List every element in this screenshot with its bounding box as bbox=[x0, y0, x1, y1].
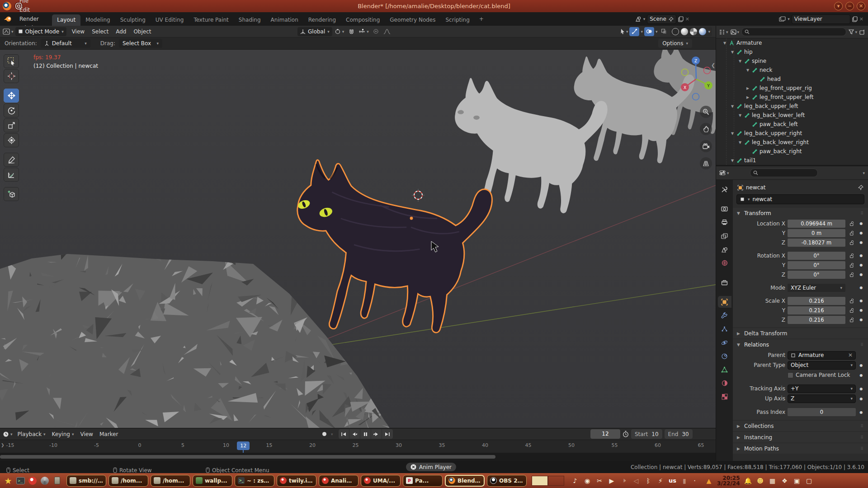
selectability-dropdown[interactable]: ▾ bbox=[620, 28, 628, 34]
wifi-tray-icon[interactable]: ᭼ bbox=[693, 477, 701, 484]
cursor-tool-button[interactable] bbox=[4, 69, 19, 83]
add-workspace-button[interactable]: + bbox=[476, 14, 487, 24]
rotate-tool-button[interactable] bbox=[4, 103, 19, 117]
timeline-ruler[interactable]: ❯ -15-10-50510152025303540455055606512 bbox=[0, 440, 716, 453]
animate-dot[interactable]: ● bbox=[858, 373, 864, 377]
scissors-tray-icon[interactable]: ✂ bbox=[595, 477, 604, 484]
frame-end-field[interactable]: End 30 bbox=[665, 429, 693, 439]
menu-render[interactable]: Render bbox=[15, 14, 45, 23]
timeline-scrollbar[interactable] bbox=[0, 455, 495, 459]
properties-tab-object[interactable] bbox=[718, 296, 731, 308]
properties-tab-constraints[interactable] bbox=[718, 350, 731, 362]
camera-view-button[interactable] bbox=[700, 140, 712, 152]
stopwatch-icon[interactable] bbox=[623, 431, 629, 437]
pan-hand-button[interactable] bbox=[700, 123, 712, 135]
music-tray-icon[interactable]: ♪ bbox=[571, 477, 579, 484]
lock-icon[interactable] bbox=[848, 253, 856, 258]
outliner-row-hip[interactable]: ▼hip bbox=[716, 47, 868, 56]
animate-dot[interactable]: ● bbox=[858, 397, 864, 401]
frame-start-field[interactable]: Start 10 bbox=[631, 429, 662, 439]
shade-button[interactable]: ▾ bbox=[834, 2, 843, 10]
timeline-menu-keying[interactable]: Keying▾ bbox=[49, 430, 77, 439]
number-field[interactable]: 0° bbox=[788, 271, 845, 279]
auto-keying-toggle[interactable] bbox=[319, 430, 329, 439]
jump-to-start-button[interactable] bbox=[339, 429, 349, 439]
number-field[interactable]: 0° bbox=[788, 261, 845, 269]
toggle-grid-button[interactable] bbox=[700, 157, 712, 169]
menu-star-launcher-icon[interactable]: ★ bbox=[3, 475, 14, 486]
tab-geometry-nodes[interactable]: Geometry Nodes bbox=[385, 14, 440, 26]
properties-tab-scene[interactable] bbox=[718, 244, 731, 255]
terminal-launcher-icon[interactable]: >_ bbox=[15, 475, 26, 486]
lock-icon[interactable] bbox=[848, 308, 856, 313]
tab-texture-paint[interactable]: Texture Paint bbox=[189, 14, 233, 26]
lock-icon[interactable] bbox=[848, 272, 856, 277]
tab-layout[interactable]: Layout bbox=[52, 14, 80, 26]
expand-arrow-icon[interactable]: ▼ bbox=[738, 59, 742, 63]
menu-file[interactable]: File bbox=[15, 0, 45, 5]
outliner-row-leg_back_lower_left[interactable]: ▼leg_back_lower_left bbox=[716, 111, 868, 120]
properties-options-caret[interactable]: ▾ bbox=[863, 171, 865, 175]
viewlayer-icon[interactable] bbox=[779, 16, 786, 22]
properties-tab-view-layer[interactable] bbox=[718, 230, 731, 242]
panel-grip[interactable]: ⠿ bbox=[860, 343, 864, 347]
zoom-button[interactable] bbox=[700, 106, 712, 118]
animate-dot[interactable]: ● bbox=[858, 363, 864, 367]
number-field[interactable]: 0.216 bbox=[788, 306, 845, 314]
animate-dot[interactable]: ● bbox=[858, 231, 864, 235]
up-axis-dropdown[interactable]: Z▾ bbox=[788, 394, 856, 403]
outliner-row-leg_back_lower_right[interactable]: ▼leg_back_lower_right bbox=[716, 138, 868, 147]
unlink-scene-icon[interactable]: ✕ bbox=[685, 16, 689, 22]
prev-keyframe-button[interactable] bbox=[349, 429, 360, 439]
tab-animation[interactable]: Animation bbox=[266, 14, 303, 26]
properties-tab-collection[interactable] bbox=[718, 277, 731, 288]
timeline-expand-arrow[interactable]: ❯ bbox=[1, 443, 5, 447]
outliner-row-leg_front_upper_left[interactable]: ▶leg_front_upper_left bbox=[716, 93, 868, 102]
number-field[interactable]: -0.18027 m bbox=[788, 239, 845, 247]
current-frame-indicator[interactable]: 12 bbox=[237, 441, 250, 450]
drag-mode-dropdown[interactable]: Select Box▾ bbox=[119, 39, 162, 48]
taskbar-window--hom-[interactable]: /hom... bbox=[151, 475, 190, 487]
file-manager-launcher-icon[interactable] bbox=[52, 475, 62, 486]
viewport-menu-add[interactable]: Add bbox=[112, 27, 130, 36]
tab-uv-editing[interactable]: UV Editing bbox=[151, 14, 189, 26]
expand-arrow-icon[interactable]: ▶ bbox=[745, 95, 750, 99]
properties-tab-output[interactable] bbox=[718, 216, 731, 228]
panel-instancing[interactable]: ▶Instancing⠿ bbox=[733, 432, 868, 442]
properties-tab-world[interactable] bbox=[718, 257, 731, 269]
clear-parent-icon[interactable]: ✕ bbox=[848, 352, 853, 358]
options-button[interactable]: Options▾ bbox=[658, 39, 692, 48]
tab-rendering[interactable]: Rendering bbox=[303, 14, 341, 26]
snap-target-dropdown[interactable]: ▾ bbox=[359, 29, 369, 34]
overlay-options-caret[interactable]: ▾ bbox=[656, 29, 658, 34]
scene-name-field[interactable]: Scene bbox=[647, 14, 676, 24]
gizmo-options-caret[interactable]: ▾ bbox=[641, 29, 643, 34]
number-field[interactable]: 0° bbox=[788, 252, 845, 260]
timeline-menu-playback[interactable]: Playback▾ bbox=[14, 430, 49, 439]
mode-dropdown[interactable]: Object Mode▾ bbox=[15, 27, 66, 36]
outliner-search-input[interactable] bbox=[741, 28, 846, 36]
proportional-editing-toggle[interactable] bbox=[371, 27, 381, 36]
keying-set-caret[interactable]: ▾ bbox=[331, 432, 333, 436]
outliner-row-paw_back_left[interactable]: paw_back_left bbox=[716, 120, 868, 129]
smiley-tray-icon[interactable]: ☻ bbox=[756, 477, 764, 484]
workspace-pager[interactable] bbox=[532, 476, 564, 486]
taskbar-window-analie-[interactable]: Analie... bbox=[319, 475, 359, 487]
show-gizmo-toggle[interactable] bbox=[629, 27, 639, 36]
viewport-3d[interactable]: fps: 19.37 (12) Collection | newcat Z X … bbox=[0, 50, 716, 428]
animate-dot[interactable]: ● bbox=[858, 263, 864, 267]
measure-tool-button[interactable] bbox=[4, 168, 19, 182]
properties-editor-type-icon[interactable]: ▾ bbox=[719, 170, 729, 176]
move-tool-button[interactable] bbox=[4, 89, 19, 103]
animate-dot[interactable]: ● bbox=[858, 410, 864, 414]
tab-modeling[interactable]: Modeling bbox=[80, 14, 115, 26]
viewlayer-browse-caret[interactable]: ▾ bbox=[788, 17, 790, 21]
panel-grip[interactable]: ⠿ bbox=[860, 435, 864, 440]
steam-launcher-icon[interactable] bbox=[39, 475, 50, 486]
close-button[interactable]: ✕ bbox=[857, 2, 865, 10]
remove-viewlayer-icon[interactable]: ✕ bbox=[859, 16, 863, 22]
taskbar-window-smb-[interactable]: smb://... bbox=[66, 475, 106, 487]
panel-grip[interactable]: ⠿ bbox=[860, 424, 864, 428]
shading-options-caret[interactable]: ▾ bbox=[708, 29, 710, 34]
number-field[interactable]: 0.216 bbox=[788, 316, 845, 324]
